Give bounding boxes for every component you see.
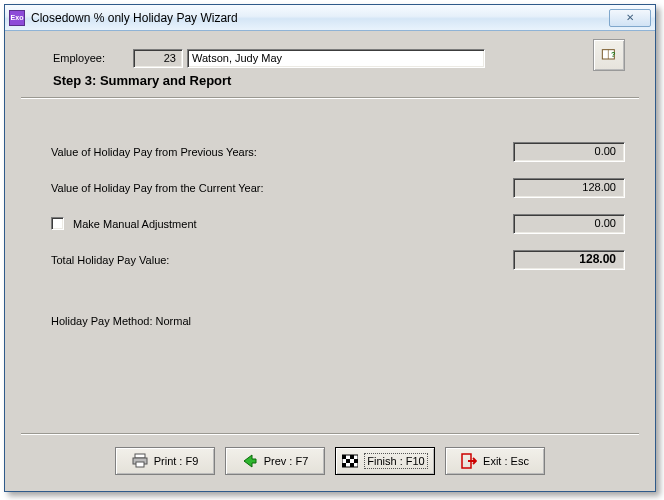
divider-bottom xyxy=(21,433,639,435)
row-current-year: Value of Holiday Pay from the Current Ye… xyxy=(51,177,625,199)
label-total: Total Holiday Pay Value: xyxy=(51,254,513,266)
help-button[interactable]: ? xyxy=(593,39,625,71)
app-icon: Exo xyxy=(9,10,25,26)
manual-adjustment-checkbox[interactable] xyxy=(51,217,64,230)
prev-button-label: Prev : F7 xyxy=(264,455,309,467)
svg-rect-11 xyxy=(350,463,354,467)
svg-rect-9 xyxy=(354,459,358,463)
button-row: Print : F9 Prev : F7 xyxy=(5,447,655,475)
employee-name-field[interactable]: Watson, Judy May xyxy=(187,49,485,68)
window-close-button[interactable]: ✕ xyxy=(609,9,651,27)
exit-icon xyxy=(461,453,477,469)
step-heading: Step 3: Summary and Report xyxy=(53,73,615,88)
summary-fields: Value of Holiday Pay from Previous Years… xyxy=(51,141,625,285)
wizard-window: Exo Closedown % only Holiday Pay Wizard … xyxy=(4,4,656,492)
employee-row: Employee: 23 Watson, Judy May xyxy=(53,47,631,69)
label-previous-years: Value of Holiday Pay from Previous Years… xyxy=(51,146,513,158)
divider-top xyxy=(21,97,639,99)
label-current-year: Value of Holiday Pay from the Current Ye… xyxy=(51,182,513,194)
row-previous-years: Value of Holiday Pay from Previous Years… xyxy=(51,141,625,163)
value-manual-adjustment[interactable]: 0.00 xyxy=(513,214,625,234)
employee-id-field[interactable]: 23 xyxy=(133,49,183,68)
print-button-label: Print : F9 xyxy=(154,455,199,467)
row-total: Total Holiday Pay Value: 128.00 xyxy=(51,249,625,271)
value-previous-years: 0.00 xyxy=(513,142,625,162)
svg-rect-7 xyxy=(350,455,354,459)
svg-rect-8 xyxy=(346,459,350,463)
printer-icon xyxy=(132,453,148,469)
close-icon: ✕ xyxy=(626,12,634,23)
finish-button[interactable]: Finish : F10 xyxy=(335,447,435,475)
finish-flag-icon xyxy=(342,453,358,469)
svg-rect-4 xyxy=(136,462,144,467)
svg-text:?: ? xyxy=(611,50,616,59)
prev-button[interactable]: Prev : F7 xyxy=(225,447,325,475)
titlebar[interactable]: Exo Closedown % only Holiday Pay Wizard … xyxy=(5,5,655,31)
svg-rect-6 xyxy=(342,455,346,459)
value-current-year: 128.00 xyxy=(513,178,625,198)
holiday-pay-method: Holiday Pay Method: Normal xyxy=(51,315,191,327)
employee-label: Employee: xyxy=(53,52,133,64)
window-title: Closedown % only Holiday Pay Wizard xyxy=(31,11,609,25)
exit-button[interactable]: Exit : Esc xyxy=(445,447,545,475)
label-manual-adjustment: Make Manual Adjustment xyxy=(73,218,197,230)
exit-button-label: Exit : Esc xyxy=(483,455,529,467)
svg-rect-10 xyxy=(342,463,346,467)
row-manual-adjustment: Make Manual Adjustment 0.00 xyxy=(51,213,625,235)
finish-button-label: Finish : F10 xyxy=(364,453,427,469)
manual-adjustment-group: Make Manual Adjustment xyxy=(51,218,513,231)
help-book-icon: ? xyxy=(601,47,617,63)
print-button[interactable]: Print : F9 xyxy=(115,447,215,475)
arrow-left-icon xyxy=(242,453,258,469)
client-area: Employee: 23 Watson, Judy May ? Step 3: … xyxy=(5,31,655,491)
value-total: 128.00 xyxy=(513,250,625,270)
svg-rect-2 xyxy=(135,454,145,458)
